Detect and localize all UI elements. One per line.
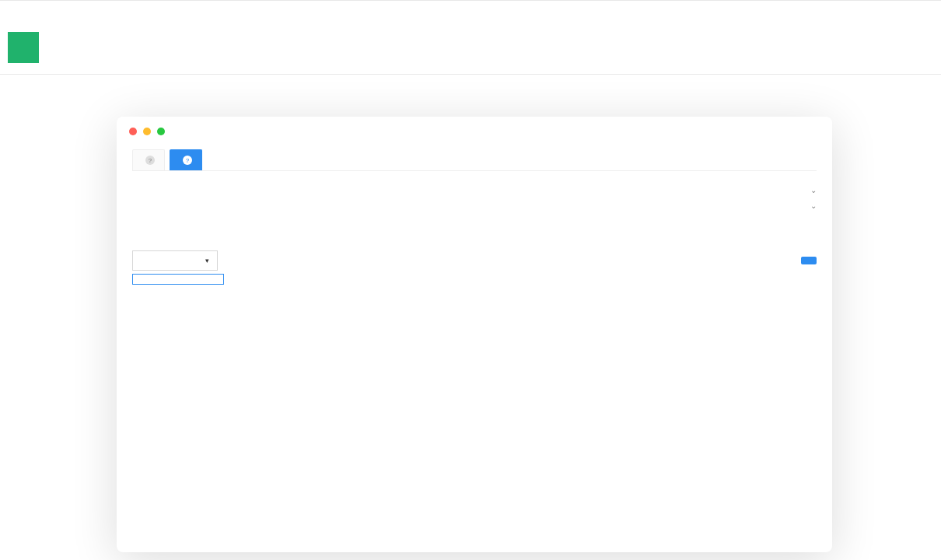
caret-down-icon: ▾: [205, 257, 209, 264]
tab-account-report[interactable]: ?: [132, 149, 165, 170]
more-link[interactable]: ⌄: [809, 201, 817, 210]
header-border: [0, 74, 941, 75]
table-toolbar: ▾: [132, 250, 817, 271]
chevron-down-icon: ⌄: [810, 201, 817, 210]
maximize-icon[interactable]: [157, 128, 165, 135]
help-icon[interactable]: ?: [145, 156, 155, 165]
chevron-down-icon: ⌄: [810, 186, 817, 194]
minimize-icon[interactable]: [143, 128, 151, 135]
header-accent-block: [8, 32, 39, 63]
window-controls: [117, 117, 832, 143]
close-icon[interactable]: [129, 128, 137, 135]
content-area: ? ? ⌄: [117, 143, 832, 283]
tab-keyword-report[interactable]: ?: [170, 149, 202, 170]
column-selector-button[interactable]: ▾: [132, 250, 218, 271]
more-link[interactable]: ⌄: [809, 186, 817, 194]
column-selector-panel: [132, 274, 224, 285]
report-tabs: ? ?: [132, 149, 817, 171]
page-header: [0, 32, 941, 63]
app-window: ? ? ⌄: [117, 117, 832, 552]
help-icon[interactable]: ?: [183, 156, 192, 165]
top-rule: [0, 0, 941, 1]
filters-panel: ⌄ ⌄: [132, 182, 817, 227]
export-button[interactable]: [801, 257, 817, 264]
